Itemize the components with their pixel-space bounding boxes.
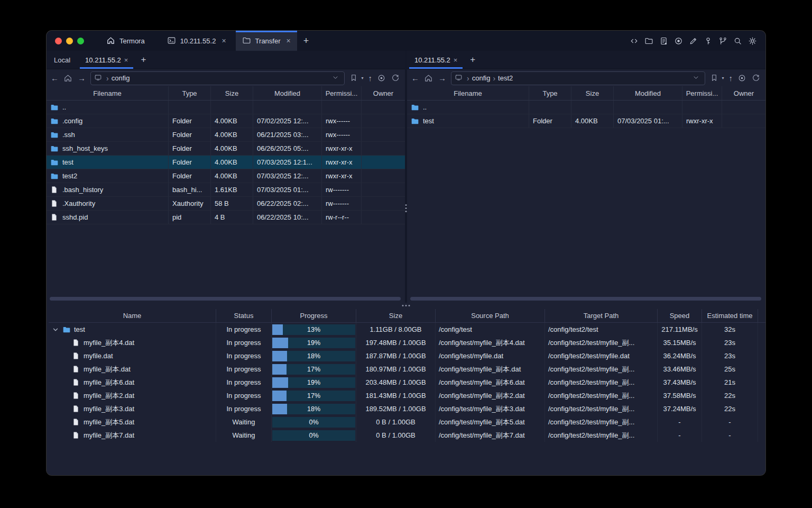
close-tab-icon[interactable]: × [454,56,458,64]
tab-remote-host[interactable]: 10.211.55.2 × [407,51,465,69]
breadcrumb-test2[interactable]: test2 [498,74,513,82]
new-pane-tab-button[interactable]: + [465,51,481,69]
zoom-window-button[interactable] [77,38,84,44]
column-filename[interactable]: Filename [47,86,169,100]
column-filename[interactable]: Filename [407,86,529,100]
expand-chevron-icon[interactable] [52,326,59,333]
file-modified: 07/03/2025 01:... [614,114,682,128]
table-row[interactable]: .config Folder 4.00KB 07/02/2025 12:... … [47,114,405,128]
chevron-down-icon[interactable] [331,74,341,83]
transfer-row[interactable]: myfile_副本.dat In progress 17% 180.97MB /… [49,362,765,376]
show-hidden-files-button[interactable] [737,74,747,83]
settings-icon[interactable] [748,37,757,46]
file-type: Folder [529,114,571,128]
chevron-down-icon[interactable] [692,74,702,83]
column-estimated-time[interactable]: Estimated time [702,309,758,322]
search-icon[interactable] [733,37,742,46]
column-target-path[interactable]: Target Path [545,309,658,322]
column-modified[interactable]: Modified [253,86,322,100]
refresh-button[interactable] [391,74,401,83]
bookmark-button[interactable] [349,74,359,83]
home-button[interactable] [424,74,433,83]
breadcrumb-config[interactable]: config [112,74,130,82]
table-row[interactable]: .bash_history bash_hi... 1.61KB 07/03/20… [47,183,405,197]
tab-local[interactable]: Local [47,51,78,69]
folder-icon[interactable] [644,37,653,46]
transfer-row[interactable]: myfile_副本6.dat In progress 19% 203.48MB … [49,376,765,389]
table-row[interactable]: sshd.pid pid 4 B 06/22/2025 10:... rw-r-… [47,211,405,224]
show-hidden-files-button[interactable] [377,74,386,83]
tab-remote-host[interactable]: 10.211.55.2 × [78,51,135,69]
transfer-row[interactable]: myfile_副本7.dat Waiting 0% 0 B / 1.00GB /… [49,429,765,442]
column-permissions[interactable]: Permissi... [322,86,362,100]
column-owner[interactable]: Owner [362,86,405,100]
column-type[interactable]: Type [529,86,571,100]
column-source-path[interactable]: Source Path [436,309,545,322]
close-window-button[interactable] [55,38,62,44]
refresh-button[interactable] [752,74,761,83]
parent-directory-button[interactable]: ↑ [729,74,733,83]
column-speed[interactable]: Speed [658,309,702,322]
transfer-row[interactable]: test In progress 13% 1.11GB / 8.00GB /co… [49,323,765,336]
transfer-status: In progress [216,389,272,402]
column-size[interactable]: Size [356,309,436,322]
tab-transfer[interactable]: Transfer × [236,31,297,51]
parent-directory-button[interactable]: ↑ [368,74,373,83]
transfer-row[interactable]: myfile_副本2.dat In progress 17% 181.43MB … [49,389,765,402]
column-owner[interactable]: Owner [722,86,765,100]
transfer-row[interactable]: myfile_副本3.dat In progress 18% 189.52MB … [49,402,765,415]
file-icon [72,392,80,400]
column-size[interactable]: Size [571,86,614,100]
horizontal-scrollbar[interactable] [50,297,401,301]
transfer-row[interactable]: myfile.dat In progress 18% 187.87MB / 1.… [49,349,765,362]
bookmark-caret-icon[interactable]: ▾ [361,76,363,80]
close-tab-icon[interactable]: × [287,37,291,45]
column-size[interactable]: Size [211,86,253,100]
table-row[interactable]: test Folder 4.00KB 07/03/2025 01:... rwx… [407,114,765,128]
path-field[interactable]: › config [90,71,345,85]
table-row[interactable]: ssh_host_keys Folder 4.00KB 06/26/2025 0… [47,142,405,156]
close-tab-icon[interactable]: × [124,56,128,64]
forward-button[interactable]: → [78,74,86,83]
forward-button[interactable]: → [438,74,446,83]
file-type: Folder [169,114,211,128]
transfer-row[interactable]: myfile_副本4.dat In progress 19% 197.48MB … [49,336,765,349]
table-row[interactable]: test2 Folder 4.00KB 07/03/2025 12:... rw… [47,169,405,183]
column-permissions[interactable]: Permissi... [682,86,722,100]
edit-icon[interactable] [689,37,698,46]
table-row[interactable]: .. [407,101,765,114]
horizontal-splitter[interactable] [47,303,765,309]
column-modified[interactable]: Modified [614,86,682,100]
column-status[interactable]: Status [216,309,272,322]
tab-termora-home[interactable]: Termora [100,31,151,51]
key-icon[interactable] [704,37,713,46]
back-button[interactable]: ← [51,74,59,83]
breadcrumb-config[interactable]: config [472,74,491,82]
report-icon[interactable] [659,37,668,46]
home-button[interactable] [63,74,73,83]
new-tab-button[interactable]: + [297,31,316,51]
branch-icon[interactable] [718,37,727,46]
home-icon [106,36,116,46]
tab-ssh-session[interactable]: 10.211.55.2 × [161,31,233,51]
bookmark-button[interactable] [710,74,719,83]
minimize-window-button[interactable] [66,38,73,44]
transfer-row[interactable]: myfile_副本5.dat Waiting 0% 0 B / 1.00GB /… [49,415,765,429]
folder-icon [411,103,419,112]
close-tab-icon[interactable]: × [222,37,226,45]
table-row-selected[interactable]: test Folder 4.00KB 07/03/2025 12:1... rw… [47,156,405,169]
bookmark-caret-icon[interactable]: ▾ [722,76,724,80]
column-name[interactable]: Name [49,309,216,322]
column-progress[interactable]: Progress [272,309,356,322]
horizontal-scrollbar[interactable] [410,297,761,301]
record-icon[interactable] [674,37,683,46]
file-type: Folder [169,142,211,155]
table-row[interactable]: .Xauthority Xauthority 58 B 06/22/2025 0… [47,197,405,211]
new-pane-tab-button[interactable]: + [135,51,151,69]
path-field[interactable]: › config › test2 [451,71,705,85]
table-row[interactable]: .ssh Folder 4.00KB 06/21/2025 03:... rwx… [47,128,405,142]
code-icon[interactable] [630,37,639,46]
table-row[interactable]: .. [47,101,405,114]
column-type[interactable]: Type [169,86,211,100]
back-button[interactable]: ← [411,74,419,83]
